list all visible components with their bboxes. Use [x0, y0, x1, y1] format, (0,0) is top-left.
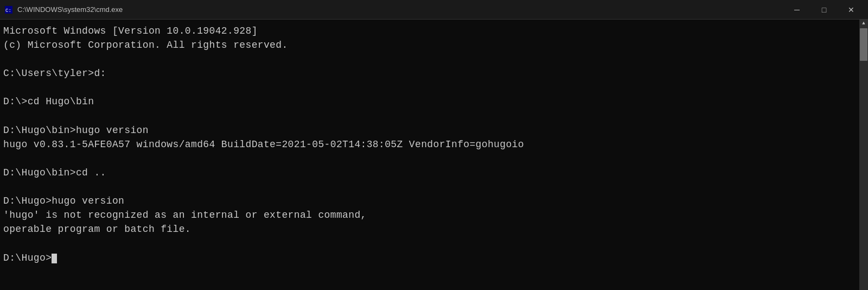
title-bar-title: C:\WINDOWS\system32\cmd.exe	[17, 5, 123, 14]
cmd-window: C: C:\WINDOWS\system32\cmd.exe ─ □ ✕ Mic…	[0, 0, 868, 290]
cursor	[52, 254, 57, 263]
scroll-up-arrow[interactable]: ▲	[860, 20, 867, 27]
scrollbar-thumb[interactable]	[860, 28, 867, 61]
terminal-output[interactable]: Microsoft Windows [Version 10.0.19042.92…	[0, 20, 859, 290]
scrollbar[interactable]: ▲	[859, 20, 868, 290]
maximize-button[interactable]: □	[812, 1, 837, 18]
close-button[interactable]: ✕	[839, 1, 864, 18]
title-bar: C: C:\WINDOWS\system32\cmd.exe ─ □ ✕	[0, 0, 868, 20]
svg-text:C:: C:	[5, 8, 11, 14]
title-bar-left: C: C:\WINDOWS\system32\cmd.exe	[4, 5, 123, 14]
minimize-button[interactable]: ─	[784, 1, 809, 18]
cmd-icon: C:	[4, 5, 13, 14]
title-bar-controls: ─ □ ✕	[784, 1, 864, 18]
content-area: Microsoft Windows [Version 10.0.19042.92…	[0, 20, 868, 290]
